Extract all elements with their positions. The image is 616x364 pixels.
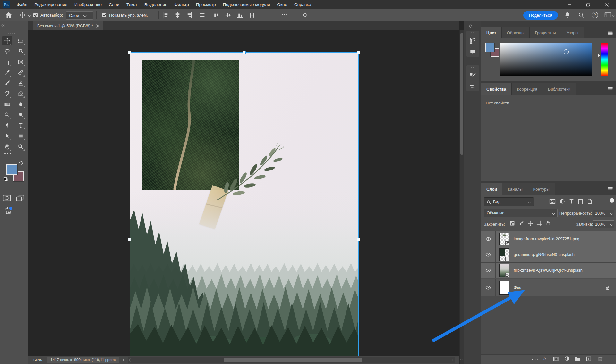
capture-in-app-icon[interactable] (3, 206, 13, 216)
layer-thumbnail[interactable] (499, 233, 509, 245)
tab-paths[interactable]: Контуры (528, 183, 555, 195)
show-transform-controls-checkbox[interactable] (102, 13, 106, 17)
tool-move[interactable] (2, 36, 12, 46)
align-vertical-centers-icon[interactable] (225, 12, 231, 19)
menu-filter[interactable]: Фильтр (171, 0, 192, 9)
align-right-edges-icon[interactable] (186, 12, 192, 19)
document-canvas[interactable] (130, 52, 359, 356)
panel-menu-icon[interactable] (608, 187, 613, 191)
tool-healing-brush[interactable] (16, 68, 25, 77)
menu-edit[interactable]: Редактирование (31, 0, 71, 9)
document-tab[interactable]: Без имени-1 @ 50% (RGB/8) * (33, 21, 103, 30)
layer-row-geranimo[interactable]: geranimo-qzgN45hseN0-unsplash (481, 247, 616, 263)
layer-row-background[interactable]: Фон (481, 279, 616, 297)
edit-toolbar-icon[interactable] (4, 153, 11, 154)
tool-path-selection[interactable] (2, 131, 12, 141)
align-bottom-edges-icon[interactable] (237, 12, 243, 19)
tab-channels[interactable]: Каналы (502, 183, 528, 195)
transform-handle-top-right[interactable] (357, 51, 360, 54)
screen-mode-icon[interactable] (16, 195, 24, 202)
menu-plugins[interactable]: Подключаемые модули (219, 0, 273, 9)
tab-patterns[interactable]: Узоры (561, 27, 584, 38)
chevron-down-icon[interactable] (612, 14, 616, 17)
rail-grip[interactable] (471, 67, 475, 68)
minimize-button[interactable] (560, 0, 579, 9)
autoselect-checkbox[interactable] (33, 13, 38, 17)
help-icon[interactable]: ? (592, 12, 598, 18)
tool-hand[interactable] (2, 142, 12, 151)
opacity-value[interactable]: 100% (593, 210, 609, 217)
close-button[interactable] (597, 0, 616, 9)
toolbar-grip[interactable] (8, 33, 15, 34)
tool-clone-stamp[interactable] (16, 78, 25, 88)
close-tab-icon[interactable] (96, 24, 99, 28)
new-layer-icon[interactable] (586, 356, 592, 362)
menu-type[interactable]: Текст (123, 0, 141, 9)
add-layer-mask-icon[interactable] (553, 356, 560, 362)
layer-visibility-toggle[interactable] (481, 247, 496, 262)
search-icon[interactable] (578, 12, 585, 19)
menu-view[interactable]: Просмотр (193, 0, 219, 9)
menu-help[interactable]: Справка (291, 0, 315, 9)
tool-burn[interactable] (16, 110, 25, 120)
distribute-vertical-icon[interactable] (249, 12, 255, 19)
layer-effects-icon[interactable]: fx (543, 356, 547, 361)
tool-dodge[interactable] (2, 110, 12, 120)
notifications-bell-icon[interactable] (564, 12, 570, 19)
color-field[interactable] (500, 43, 592, 76)
layer-filtering-toggle[interactable] (610, 198, 614, 203)
vertical-scrollbar[interactable] (459, 30, 464, 364)
panel-foreground-swatch[interactable] (485, 43, 494, 52)
align-left-edges-icon[interactable] (163, 12, 169, 19)
comments-panel-icon[interactable] (469, 48, 476, 55)
align-horizontal-centers-icon[interactable] (175, 12, 181, 19)
delete-layer-icon[interactable] (597, 356, 603, 362)
collapse-toolbar-icon[interactable] (2, 24, 6, 27)
filter-pixel-layers-icon[interactable] (549, 199, 556, 204)
expand-panels-icon[interactable] (469, 25, 473, 27)
tab-libraries[interactable]: Библиотеки (543, 83, 576, 95)
history-panel-icon[interactable] (469, 37, 476, 44)
menu-window[interactable]: Окно (274, 0, 291, 9)
share-button[interactable]: Поделиться (523, 11, 558, 20)
new-group-icon[interactable] (574, 356, 581, 361)
panel-menu-icon[interactable] (608, 31, 613, 35)
layer-visibility-toggle[interactable] (481, 279, 496, 296)
tab-layers[interactable]: Слои (481, 183, 502, 195)
default-colors-icon[interactable] (3, 177, 8, 183)
move-tool-options-icon[interactable] (19, 12, 30, 18)
tab-adjustments[interactable]: Коррекция (512, 83, 543, 95)
horizontal-scrollbar[interactable] (128, 357, 455, 363)
link-layers-icon[interactable] (532, 357, 538, 362)
fill-dropdown-icon[interactable] (609, 220, 614, 228)
filter-shape-layers-icon[interactable] (578, 198, 584, 204)
filter-type-layers-icon[interactable] (569, 198, 575, 204)
tool-magic-wand[interactable] (16, 46, 25, 56)
color-picker-ring[interactable] (564, 49, 569, 54)
lock-artboard-icon[interactable] (536, 220, 542, 226)
tab-gradients[interactable]: Градиенты (530, 27, 561, 38)
autoselect-target-dropdown[interactable]: Слой (66, 11, 93, 20)
tool-zoom[interactable] (16, 142, 25, 151)
blend-mode-dropdown[interactable]: Обычные (484, 209, 558, 217)
new-adjustment-layer-icon[interactable] (564, 356, 570, 362)
zoom-level[interactable]: 50% (33, 358, 42, 362)
tool-pen[interactable] (2, 120, 12, 130)
scroll-right-icon[interactable] (451, 359, 454, 362)
transform-handle-middle-left[interactable] (128, 238, 131, 241)
hue-slider[interactable] (601, 43, 608, 76)
transform-handle-top-center[interactable] (243, 51, 246, 54)
tool-shape[interactable] (16, 131, 25, 141)
hue-slider-marker[interactable] (598, 54, 600, 57)
lock-position-icon[interactable] (527, 220, 533, 226)
tab-properties[interactable]: Свойства (481, 83, 512, 95)
lock-transparency-icon[interactable] (509, 220, 515, 226)
opacity-dropdown-icon[interactable] (609, 210, 614, 217)
layer-visibility-toggle[interactable] (481, 231, 496, 247)
brush-settings-panel-icon[interactable] (469, 72, 476, 79)
tool-eyedropper[interactable] (2, 68, 12, 77)
tool-rectangular-marquee[interactable] (16, 36, 25, 46)
tab-color[interactable]: Цвет (481, 27, 502, 38)
workspace-settings-gear-icon[interactable] (302, 12, 308, 19)
transform-handle-middle-right[interactable] (357, 238, 360, 241)
